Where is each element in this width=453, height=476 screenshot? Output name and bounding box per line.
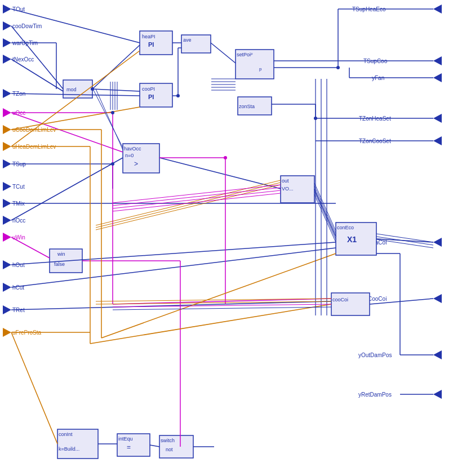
junction-coopi (176, 94, 180, 97)
block-ave-label: ave (183, 37, 192, 43)
block-heapi-label: PI (148, 41, 154, 48)
block-havocc-n: n=0 (125, 153, 134, 158)
label-yretdampos: yRetDamPos (358, 392, 392, 398)
label-tcut: TCut (12, 184, 25, 190)
block-coopi-label: PI (148, 94, 154, 100)
block-win-label: win (57, 251, 65, 257)
block-conint-label: conInt (59, 431, 73, 437)
label-youtdampos: yOutDamPos (358, 352, 392, 358)
label-uwin: uWin (12, 234, 25, 241)
label-hcut: hCut (12, 284, 24, 291)
block-setpoi-symbol: p (259, 66, 262, 72)
label-tout: TOut (12, 6, 25, 12)
junction-uocc (111, 111, 114, 114)
block-conint-k: k=Build... (59, 446, 79, 452)
label-coodowntim: cooDowTim (12, 23, 42, 29)
block-win-false: false (54, 261, 65, 267)
block-mod-label: mod (66, 87, 77, 92)
junction-setpoi1 (336, 66, 340, 69)
block-coopi-label-top: cooPI (142, 86, 155, 92)
junction-tsup (111, 162, 114, 166)
diagram-container: TOut cooDowTim warUpTim tNexOcc TZon uOc… (0, 0, 453, 476)
junction-havocc-pink (224, 156, 227, 159)
block-vo-label-vo: VO... (282, 186, 294, 192)
diagram-svg: TOut cooDowTim warUpTim tNexOcc TZon uOc… (0, 0, 453, 476)
block-coneco-label: conEco (337, 225, 354, 230)
block-heapi-label-top: heaPI (142, 34, 156, 39)
block-coocoi[interactable] (331, 293, 370, 315)
block-switch-not: not (166, 447, 173, 452)
block-havocc-gt: > (134, 160, 138, 168)
block-setpoi-label: setPoiᵖ (237, 52, 253, 57)
block-coocoi-label: cooCoi (332, 297, 348, 302)
block-intequ-eq: = (127, 443, 131, 451)
block-havocc-label: havOcc (124, 146, 141, 152)
block-intequ-label: intEqu (118, 436, 133, 442)
label-hout: hOut (12, 262, 25, 268)
block-coneco-x1: X1 (347, 235, 357, 244)
block-switch-label: switch (161, 438, 175, 443)
block-zonsta-label: zonSta (239, 104, 255, 109)
block-vo-label-out: out (282, 178, 289, 184)
